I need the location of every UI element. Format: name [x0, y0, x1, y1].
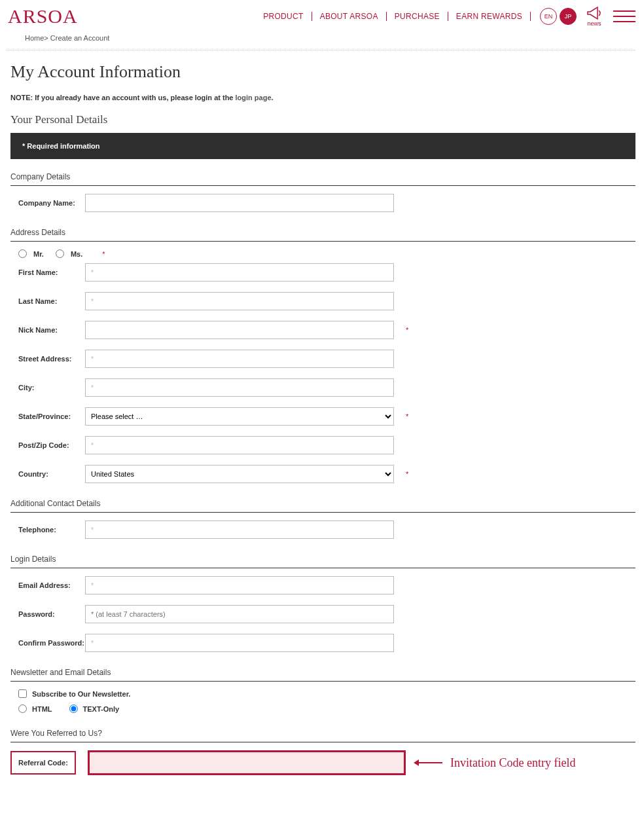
login-note: NOTE: If you already have an account wit… [10, 94, 635, 101]
newsletter-heading: Newsletter and Email Details [10, 668, 635, 682]
country-label: Country: [18, 470, 85, 478]
required-info-bar: * Required information [10, 133, 635, 159]
mr-label: Mr. [33, 250, 44, 258]
nick-name-label: Nick Name: [18, 326, 85, 334]
confirm-password-input[interactable] [85, 634, 394, 652]
zip-input[interactable] [85, 436, 394, 454]
breadcrumb: Home> Create an Account [0, 30, 642, 46]
arrow-icon [418, 762, 442, 763]
last-name-input[interactable] [85, 292, 394, 310]
company-name-input[interactable] [85, 194, 394, 212]
megaphone-icon [586, 6, 603, 20]
ms-label: Ms. [71, 250, 82, 258]
breadcrumb-current: Create an Account [50, 34, 110, 42]
country-select[interactable]: United States [85, 465, 394, 483]
company-name-label: Company Name: [18, 199, 85, 207]
personal-details-heading: Your Personal Details [10, 113, 635, 126]
telephone-input[interactable] [85, 520, 394, 539]
breadcrumb-home[interactable]: Home [25, 34, 44, 42]
top-nav: PRODUCT ABOUT ARSOA PURCHASE EARN REWARD… [255, 12, 531, 21]
lang-jp-button[interactable]: JP [560, 8, 577, 25]
password-label: Password: [18, 610, 85, 618]
annotation: Invitation Code entry field [418, 756, 575, 770]
city-input[interactable] [85, 378, 394, 397]
state-label: State/Province: [18, 412, 85, 420]
news-label: news [587, 20, 601, 27]
login-page-link[interactable]: login page [236, 94, 272, 101]
nav-product[interactable]: PRODUCT [255, 12, 312, 21]
telephone-label: Telephone: [18, 526, 85, 534]
required-mark: * [102, 250, 105, 258]
referral-heading: Were You Referred to Us? [10, 729, 635, 742]
state-select[interactable]: Please select … [85, 407, 394, 426]
nick-name-input[interactable] [85, 321, 394, 339]
ms-radio[interactable] [56, 249, 64, 258]
street-label: Street Address: [18, 355, 85, 363]
logo[interactable]: ARSOA [8, 5, 78, 27]
mr-radio[interactable] [18, 249, 27, 258]
referral-code-label: Referral Code: [10, 751, 76, 775]
lang-en-button[interactable]: EN [540, 8, 557, 25]
first-name-label: First Name: [18, 268, 85, 276]
html-radio[interactable] [18, 704, 27, 713]
subscribe-checkbox[interactable] [18, 689, 27, 698]
annotation-text: Invitation Code entry field [450, 756, 575, 770]
login-details-heading: Login Details [10, 555, 635, 568]
last-name-label: Last Name: [18, 297, 85, 305]
contact-details-heading: Additional Contact Details [10, 499, 635, 513]
page-title: My Account Information [10, 62, 635, 82]
required-mark: * [406, 470, 408, 478]
company-details-heading: Company Details [10, 172, 635, 186]
menu-icon[interactable] [613, 10, 635, 22]
nav-purchase[interactable]: PURCHASE [387, 12, 448, 21]
first-name-input[interactable] [85, 263, 394, 282]
city-label: City: [18, 384, 85, 392]
street-input[interactable] [85, 350, 394, 368]
text-label: TEXT-Only [83, 705, 120, 713]
news-button[interactable]: news [586, 6, 603, 27]
required-mark: * [406, 326, 408, 334]
referral-code-input[interactable] [88, 750, 406, 775]
required-mark: * [406, 412, 408, 420]
address-details-heading: Address Details [10, 228, 635, 242]
confirm-password-label: Confirm Password: [18, 639, 85, 647]
nav-about[interactable]: ABOUT ARSOA [312, 12, 387, 21]
text-radio[interactable] [69, 704, 78, 713]
html-label: HTML [32, 705, 52, 713]
email-input[interactable] [85, 576, 394, 594]
subscribe-label: Subscribe to Our Newsletter. [32, 690, 130, 698]
password-input[interactable] [85, 605, 394, 623]
email-label: Email Address: [18, 581, 85, 589]
zip-label: Post/Zip Code: [18, 441, 85, 449]
nav-earn-rewards[interactable]: EARN REWARDS [448, 12, 531, 21]
